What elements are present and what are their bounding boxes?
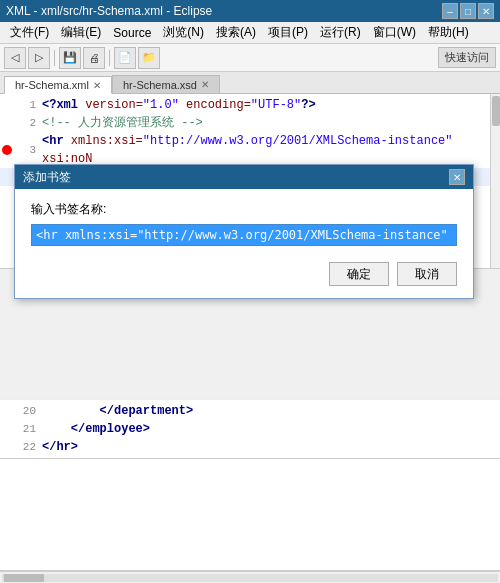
toolbar-separator-2 bbox=[109, 50, 110, 66]
editor-bottom: 20 </department> 21 </employee> 22 </hr> bbox=[0, 399, 500, 459]
menu-edit[interactable]: 编辑(E) bbox=[55, 22, 107, 43]
editor-scrollbar-v[interactable] bbox=[490, 94, 500, 268]
dialog-title: 添加书签 bbox=[23, 169, 71, 186]
dialog-confirm-button[interactable]: 确定 bbox=[329, 262, 389, 286]
editor-bottom-content: 20 </department> 21 </employee> 22 </hr> bbox=[0, 400, 500, 458]
line-num-21: 21 bbox=[14, 420, 42, 438]
editor-line-1: 1 <?xml version="1.0" encoding="UTF-8"?> bbox=[0, 96, 500, 114]
title-bar: XML - xml/src/hr-Schema.xml - Eclipse – … bbox=[0, 0, 500, 22]
bookmark-name-input[interactable] bbox=[31, 224, 457, 246]
editor-empty-area bbox=[0, 459, 500, 571]
minimize-button[interactable]: – bbox=[442, 3, 458, 19]
toolbar-save[interactable]: 💾 bbox=[59, 47, 81, 69]
line-num-2: 2 bbox=[14, 114, 42, 132]
tab-label-xsd: hr-Schema.xsd bbox=[123, 79, 197, 91]
toolbar-separator-1 bbox=[54, 50, 55, 66]
tab-hr-schema-xml[interactable]: hr-Schema.xml ✕ bbox=[4, 76, 112, 94]
line-content-3: <hr xmlns:xsi="http://www.w3.org/2001/XM… bbox=[42, 132, 498, 168]
menu-help[interactable]: 帮助(H) bbox=[422, 22, 475, 43]
toolbar-back[interactable]: ◁ bbox=[4, 47, 26, 69]
dialog-body: 输入书签名称: 确定 取消 bbox=[15, 189, 473, 298]
toolbar: ◁ ▷ 💾 🖨 📄 📁 快速访问 bbox=[0, 44, 500, 72]
line-content-20: </department> bbox=[42, 402, 498, 420]
title-bar-title: XML - xml/src/hr-Schema.xml - Eclipse bbox=[6, 4, 212, 18]
menu-file[interactable]: 文件(F) bbox=[4, 22, 55, 43]
toolbar-forward[interactable]: ▷ bbox=[28, 47, 50, 69]
menu-window[interactable]: 窗口(W) bbox=[367, 22, 422, 43]
line-content-1: <?xml version="1.0" encoding="UTF-8"?> bbox=[42, 96, 498, 114]
toolbar-open[interactable]: 📁 bbox=[138, 47, 160, 69]
menu-run[interactable]: 运行(R) bbox=[314, 22, 367, 43]
menu-project[interactable]: 项目(P) bbox=[262, 22, 314, 43]
hscroll-thumb[interactable] bbox=[4, 574, 44, 582]
hscroll-track[interactable] bbox=[2, 574, 498, 582]
tab-close-xml[interactable]: ✕ bbox=[93, 80, 101, 91]
line-num-1: 1 bbox=[14, 96, 42, 114]
editor-line-22: 22 </hr> bbox=[0, 438, 500, 456]
scrollbar-thumb[interactable] bbox=[492, 96, 500, 126]
dialog-add-bookmark: 添加书签 ✕ 输入书签名称: 确定 取消 bbox=[14, 164, 474, 299]
line-content-22: </hr> bbox=[42, 438, 498, 456]
window-controls: – □ ✕ bbox=[442, 3, 494, 19]
quickaccess-button[interactable]: 快速访问 bbox=[438, 47, 496, 68]
tab-label-xml: hr-Schema.xml bbox=[15, 79, 89, 91]
menu-bar: 文件(F) 编辑(E) Source 浏览(N) 搜索(A) 项目(P) 运行(… bbox=[0, 22, 500, 44]
line-content-21: </employee> bbox=[42, 420, 498, 438]
line-num-20: 20 bbox=[14, 402, 42, 420]
line-num-22: 22 bbox=[14, 438, 42, 456]
line-content-2: <!-- 人力资源管理系统 --> bbox=[42, 114, 498, 132]
maximize-button[interactable]: □ bbox=[460, 3, 476, 19]
dialog-close-button[interactable]: ✕ bbox=[449, 169, 465, 185]
tab-close-xsd[interactable]: ✕ bbox=[201, 79, 209, 90]
dialog-cancel-button[interactable]: 取消 bbox=[397, 262, 457, 286]
menu-source[interactable]: Source bbox=[107, 24, 157, 42]
editor-line-3: 3 <hr xmlns:xsi="http://www.w3.org/2001/… bbox=[0, 132, 500, 168]
horizontal-scrollbar[interactable] bbox=[0, 571, 500, 583]
dialog-title-bar: 添加书签 ✕ bbox=[15, 165, 473, 189]
editor-line-21: 21 </employee> bbox=[0, 420, 500, 438]
dialog-label: 输入书签名称: bbox=[31, 201, 457, 218]
menu-search[interactable]: 搜索(A) bbox=[210, 22, 262, 43]
dialog-buttons: 确定 取消 bbox=[31, 258, 457, 288]
editor-line-2: 2 <!-- 人力资源管理系统 --> bbox=[0, 114, 500, 132]
close-button[interactable]: ✕ bbox=[478, 3, 494, 19]
toolbar-new[interactable]: 📄 bbox=[114, 47, 136, 69]
tab-bar: hr-Schema.xml ✕ hr-Schema.xsd ✕ bbox=[0, 72, 500, 94]
error-indicator-3 bbox=[2, 145, 12, 155]
line-gutter-3 bbox=[2, 145, 14, 155]
editor-line-20: 20 </department> bbox=[0, 402, 500, 420]
main-layout: hr-Schema.xml ✕ hr-Schema.xsd ✕ 1 <?xml … bbox=[0, 72, 500, 583]
menu-browse[interactable]: 浏览(N) bbox=[157, 22, 210, 43]
toolbar-print[interactable]: 🖨 bbox=[83, 47, 105, 69]
line-num-3: 3 bbox=[14, 141, 42, 159]
tab-hr-schema-xsd[interactable]: hr-Schema.xsd ✕ bbox=[112, 75, 220, 93]
